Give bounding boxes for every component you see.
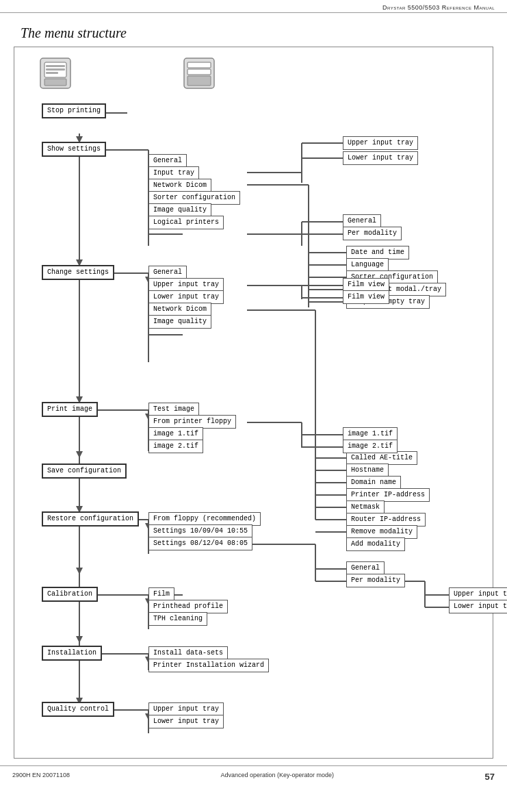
restore-configuration-box: Restore configuration bbox=[42, 511, 139, 526]
test-image-box: Test image bbox=[148, 403, 199, 416]
printer-install-wizard-box: Printer Installation wizard bbox=[148, 659, 269, 672]
lower-input-tray-3-box: Lower input tray bbox=[449, 600, 507, 613]
settings2-box: Settings 08/12/04 08:05 bbox=[148, 537, 252, 550]
image-1-tif-box: image 1.tif bbox=[148, 427, 203, 441]
footer-right: Advanced operation (Key-operator mode) bbox=[221, 772, 335, 782]
show-settings-box: Show settings bbox=[42, 142, 106, 157]
save-configuration-box: Save configuration bbox=[42, 464, 127, 479]
tph-cleaning-box: TPH cleaning bbox=[148, 612, 207, 626]
installation-box: Installation bbox=[42, 646, 102, 661]
lower-input-tray-4-box: Lower input tray bbox=[148, 715, 224, 728]
film-view2-box: Film view bbox=[343, 290, 389, 304]
per-modality2-box: Per modality bbox=[346, 574, 405, 587]
domain-name-box: Domain name bbox=[346, 476, 401, 490]
language-box: Language bbox=[346, 258, 389, 272]
general2-box: General bbox=[343, 214, 381, 228]
film-box: Film bbox=[148, 587, 174, 601]
network-dicom1-box: Network Dicom bbox=[148, 179, 211, 192]
logical-printers-box: Logical printers bbox=[148, 216, 224, 229]
page-number: 57 bbox=[485, 772, 495, 782]
date-and-time-box: Date and time bbox=[346, 246, 409, 259]
lower-input-tray-2-box: Lower input tray bbox=[148, 290, 224, 304]
svg-marker-16 bbox=[76, 568, 83, 574]
svg-rect-6 bbox=[184, 58, 214, 88]
per-modality1-box: Per modality bbox=[343, 227, 402, 240]
image-2-tif-box: image 2.tif bbox=[148, 440, 203, 453]
upper-input-tray-3-box: Upper input tray bbox=[449, 587, 507, 601]
lower-input-tray-1-box: Lower input tray bbox=[343, 151, 418, 165]
input-tray-box: Input tray bbox=[148, 166, 199, 180]
settings1-box: Settings 10/09/04 10:55 bbox=[148, 524, 252, 538]
sorter-config1-box: Sorter configuration bbox=[148, 191, 240, 205]
svg-marker-17 bbox=[76, 636, 83, 643]
image-1-tif-sub-box: image 1.tif bbox=[343, 427, 398, 441]
svg-rect-0 bbox=[40, 58, 70, 88]
svg-rect-8 bbox=[187, 69, 211, 75]
footer-left: 2900H EN 20071108 bbox=[12, 772, 70, 782]
image-quality2-box: Image quality bbox=[148, 315, 211, 329]
page-title-section: The menu structure bbox=[0, 13, 507, 47]
network-dicom2-box: Network Dicom bbox=[148, 303, 211, 316]
called-ae-title-box: Called AE-title bbox=[346, 451, 417, 465]
upper-input-tray-2-box: Upper input tray bbox=[148, 278, 224, 292]
image-quality1-box: Image quality bbox=[148, 203, 211, 217]
svg-rect-2 bbox=[46, 65, 65, 67]
film-view1-box: Film view bbox=[343, 278, 389, 292]
page-footer: 2900H EN 20071108 Advanced operation (Ke… bbox=[0, 765, 507, 787]
header-title: Drystar 5500/5503 Reference Manual bbox=[382, 4, 495, 11]
svg-rect-1 bbox=[44, 62, 66, 77]
from-floppy-box: From floppy (recommended) bbox=[148, 512, 261, 526]
print-image-box: Print image bbox=[42, 402, 98, 417]
svg-rect-9 bbox=[187, 76, 211, 86]
hostname-box: Hostname bbox=[346, 464, 389, 477]
page-header: Drystar 5500/5503 Reference Manual bbox=[0, 0, 507, 13]
calibration-box: Calibration bbox=[42, 587, 98, 602]
install-data-sets-box: Install data-sets bbox=[148, 646, 228, 660]
page-title: The menu structure bbox=[21, 25, 486, 41]
svg-rect-7 bbox=[187, 62, 211, 68]
svg-rect-3 bbox=[46, 68, 65, 71]
netmask-box: Netmask bbox=[346, 500, 385, 514]
add-modality-box: Add modality bbox=[346, 537, 405, 551]
general1-box: General bbox=[148, 154, 187, 168]
router-ip-box: Router IP-address bbox=[346, 513, 426, 526]
svg-marker-14 bbox=[76, 451, 83, 458]
remove-modality-box: Remove modality bbox=[346, 525, 417, 539]
quality-control-box: Quality control bbox=[42, 702, 114, 717]
printhead-profile-box: Printhead profile bbox=[148, 600, 228, 613]
printer-ip-box: Printer IP-address bbox=[346, 488, 430, 502]
general4-box: General bbox=[346, 561, 385, 575]
image-2-tif-sub-box: image 2.tif bbox=[343, 440, 398, 453]
diagram-container: Stop printing Show settings General Inpu… bbox=[14, 47, 493, 759]
svg-rect-4 bbox=[46, 72, 58, 74]
general3-box: General bbox=[148, 266, 187, 279]
stop-printing-box: Stop printing bbox=[42, 103, 106, 118]
change-settings-box: Change settings bbox=[42, 265, 114, 280]
upper-input-tray-1-box: Upper input tray bbox=[343, 136, 418, 150]
from-printer-floppy-box: From printer floppy bbox=[148, 415, 236, 429]
upper-input-tray-4-box: Upper input tray bbox=[148, 702, 224, 716]
svg-rect-5 bbox=[44, 79, 66, 86]
